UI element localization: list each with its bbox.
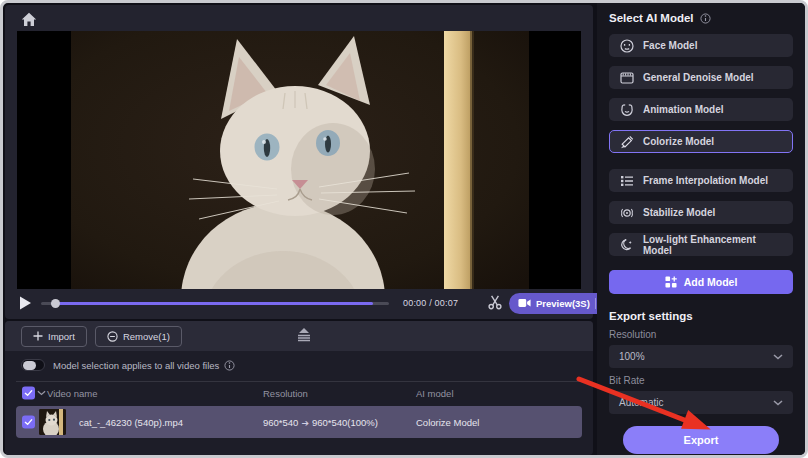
- add-model-grid-icon: [665, 276, 677, 288]
- model-label: Colorize Model: [643, 136, 714, 147]
- model-face[interactable]: Face Model: [609, 34, 793, 57]
- model-label: Low-light Enhancement Model: [643, 234, 782, 256]
- film-frame-icon: [620, 71, 634, 85]
- info-icon[interactable]: [224, 360, 235, 371]
- play-button[interactable]: [17, 295, 37, 311]
- column-ai-model: AI model: [416, 387, 454, 398]
- video-name: cat_-_46230 (540p).mp4: [79, 417, 183, 428]
- video-thumbnail: [39, 409, 66, 435]
- plus-icon: [33, 331, 43, 341]
- progress-bar[interactable]: [41, 296, 389, 310]
- column-resolution: Resolution: [263, 387, 308, 398]
- thumbnail-cat-image: [39, 409, 66, 435]
- preview-label: Preview(3S): [536, 298, 590, 309]
- model-label: Frame Interpolation Model: [643, 175, 768, 186]
- export-label: Export: [684, 434, 719, 446]
- model-label: Animation Model: [643, 104, 724, 115]
- time-display: 00:00 / 00:07: [403, 298, 483, 308]
- model-colorize[interactable]: Colorize Model: [609, 130, 793, 153]
- progress-knob[interactable]: [51, 299, 60, 308]
- home-icon: [21, 12, 37, 27]
- add-model-label: Add Model: [684, 276, 738, 288]
- toggle-thumb: [23, 361, 36, 370]
- remove-label: Remove(1): [123, 331, 170, 342]
- stabilize-icon: [620, 206, 634, 220]
- model-label: Face Model: [643, 40, 697, 51]
- player-panel: 00:00 / 00:07 Preview(3S): [5, 5, 593, 319]
- home-button[interactable]: [21, 12, 37, 27]
- check-icon: [24, 419, 33, 426]
- model-toggle-row: Model selection applies to all video fil…: [5, 353, 593, 377]
- remove-circle-icon: [107, 331, 118, 342]
- column-video-name: Video name: [47, 387, 98, 398]
- toggle-label: Model selection applies to all video fil…: [53, 360, 219, 371]
- bitrate-dropdown[interactable]: Automatic: [609, 391, 793, 414]
- import-label: Import: [48, 331, 75, 342]
- file-toolbar: Import Remove(1): [5, 321, 593, 351]
- bitrate-value: Automatic: [619, 397, 663, 408]
- resolution-from: 960*540: [263, 417, 298, 428]
- cat-video-frame: [71, 31, 529, 289]
- model-lowlight[interactable]: Low-light Enhancement Model: [609, 233, 793, 256]
- sidebar-title: Select AI Model: [609, 12, 694, 24]
- select-all-checkbox[interactable]: [22, 386, 35, 399]
- chevron-down-icon: [773, 400, 783, 406]
- model-label: Stabilize Model: [643, 207, 715, 218]
- chevron-down-icon: [773, 354, 783, 360]
- resolution-value: 100%: [619, 351, 645, 362]
- app-window: 00:00 / 00:07 Preview(3S): [0, 0, 808, 458]
- apply-all-toggle[interactable]: [21, 359, 45, 371]
- export-settings-title: Export settings: [609, 310, 793, 322]
- import-button[interactable]: Import: [21, 326, 87, 347]
- add-model-button[interactable]: Add Model: [609, 270, 793, 294]
- video-preview: [17, 31, 581, 289]
- file-list-panel: Import Remove(1) Model selection appl: [5, 321, 593, 455]
- model-frame-interpolation[interactable]: Frame Interpolation Model: [609, 169, 793, 192]
- model-general-denoise[interactable]: General Denoise Model: [609, 66, 793, 89]
- info-icon[interactable]: [700, 13, 711, 24]
- paint-marker-icon: [620, 135, 634, 149]
- animal-face-icon: [620, 103, 634, 117]
- resolution-to: 960*540(100%): [312, 417, 378, 428]
- collapse-icon: [295, 328, 313, 342]
- trim-button[interactable]: [487, 294, 509, 312]
- resolution-dropdown[interactable]: 100%: [609, 345, 793, 368]
- play-icon: [17, 295, 33, 311]
- playback-controls: 00:00 / 00:07 Preview(3S): [17, 290, 581, 316]
- check-icon: [24, 389, 33, 396]
- bitrate-label: Bit Rate: [609, 375, 793, 386]
- table-header: Video name Resolution AI model: [16, 381, 582, 403]
- camera-icon: [518, 298, 531, 308]
- model-sidebar: Select AI Model Face Model: [597, 3, 805, 455]
- file-row[interactable]: cat_-_46230 (540p).mp4 960*540➔960*540(1…: [16, 406, 582, 438]
- resolution-label: Resolution: [609, 329, 793, 340]
- video-resolution: 960*540➔960*540(100%): [263, 417, 378, 428]
- row-checkbox[interactable]: [22, 416, 35, 429]
- model-stabilize[interactable]: Stabilize Model: [609, 201, 793, 224]
- moon-icon: [620, 238, 634, 252]
- progress-fill: [55, 302, 373, 305]
- remove-button[interactable]: Remove(1): [95, 326, 182, 347]
- face-icon: [620, 39, 634, 53]
- scissors-icon: [487, 294, 503, 310]
- export-button[interactable]: Export: [623, 426, 779, 454]
- frame-lines-icon: [620, 174, 634, 188]
- model-label: General Denoise Model: [643, 72, 754, 83]
- sidebar-title-row: Select AI Model: [609, 11, 793, 25]
- video-ai-model: Colorize Model: [416, 417, 479, 428]
- collapse-panel-button[interactable]: [295, 328, 315, 344]
- model-animation[interactable]: Animation Model: [609, 98, 793, 121]
- sort-chevron[interactable]: [37, 390, 46, 396]
- button-divider: [595, 298, 596, 309]
- resolution-arrow: ➔: [298, 418, 312, 428]
- video-frame: [71, 31, 529, 289]
- chevron-down-icon: [37, 390, 46, 396]
